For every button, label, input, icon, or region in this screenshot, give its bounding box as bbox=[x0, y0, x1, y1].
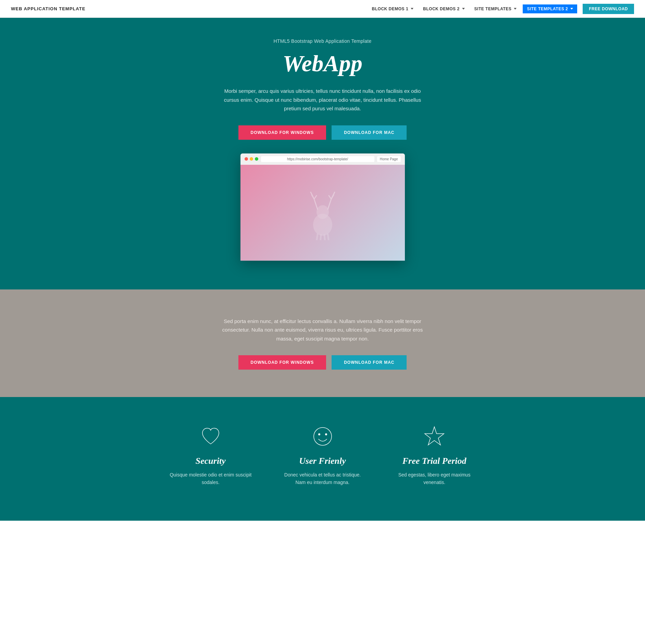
hero-subtitle: HTML5 Bootstrap Web Application Template bbox=[7, 38, 638, 44]
hero-download-windows-button[interactable]: DOWNLOAD FOR WINDOWS bbox=[238, 125, 326, 140]
svg-point-6 bbox=[314, 428, 332, 445]
grey-buttons: DOWNLOAD FOR WINDOWS DOWNLOAD FOR MAC bbox=[7, 355, 638, 370]
svg-line-5 bbox=[328, 234, 329, 240]
chevron-down-icon bbox=[411, 8, 413, 10]
feature-free-trial: Free Trial Period Sed egestas, libero eg… bbox=[392, 424, 477, 486]
smiley-icon bbox=[312, 425, 334, 447]
security-description: Quisque molestie odio et enim suscipit s… bbox=[169, 471, 253, 486]
block-demos-1-dropdown[interactable]: BLOCK DEMOS 1 bbox=[369, 4, 417, 13]
site-templates-dropdown[interactable]: SITE TEMPLATES bbox=[471, 4, 520, 13]
navbar: WEB APPLICATION TEMPLATE BLOCK DEMOS 1 B… bbox=[0, 0, 645, 18]
browser-home-label: Home Page bbox=[377, 156, 401, 162]
browser-dots bbox=[245, 157, 258, 161]
svg-line-3 bbox=[320, 235, 321, 240]
site-templates-2-dropdown[interactable]: SITE TEMPLATES 2 bbox=[523, 4, 577, 13]
navbar-right: BLOCK DEMOS 1 BLOCK DEMOS 2 SITE TEMPLAT… bbox=[369, 4, 634, 14]
hero-section: HTML5 Bootstrap Web Application Template… bbox=[0, 18, 645, 289]
free-trial-icon bbox=[422, 424, 446, 448]
browser-dot-green bbox=[255, 157, 258, 161]
svg-point-7 bbox=[318, 433, 320, 435]
chevron-down-icon bbox=[462, 8, 465, 10]
browser-dot-yellow bbox=[250, 157, 253, 161]
block-demos-2-dropdown[interactable]: BLOCK DEMOS 2 bbox=[420, 4, 468, 13]
grey-download-mac-button[interactable]: DOWNLOAD FOR MAC bbox=[332, 355, 407, 370]
hero-download-mac-button[interactable]: DOWNLOAD FOR MAC bbox=[332, 125, 407, 140]
hero-title: WebApp bbox=[7, 50, 638, 77]
features-grid: Security Quisque molestie odio et enim s… bbox=[169, 424, 477, 486]
heart-icon bbox=[200, 425, 222, 447]
svg-point-1 bbox=[313, 214, 332, 236]
star-icon bbox=[423, 425, 445, 447]
browser-url-bar: https://mobirise.com/bootstrap-template/ bbox=[261, 156, 374, 162]
user-friendly-description: Donec vehicula et tellus ac tristique. N… bbox=[280, 471, 365, 486]
browser-content bbox=[240, 165, 405, 261]
browser-dot-red bbox=[245, 157, 248, 161]
grey-description: Sed porta enim nunc, at efficitur lectus… bbox=[216, 317, 429, 343]
user-friendly-title: User Frienly bbox=[299, 456, 346, 466]
deer-illustration bbox=[299, 185, 347, 240]
browser-mockup: https://mobirise.com/bootstrap-template/… bbox=[240, 153, 405, 261]
free-download-button[interactable]: FREE DOWNLOAD bbox=[583, 4, 634, 14]
security-title: Security bbox=[196, 456, 226, 466]
hero-buttons: DOWNLOAD FOR WINDOWS DOWNLOAD FOR MAC bbox=[7, 125, 638, 140]
security-icon bbox=[199, 424, 223, 448]
user-friendly-icon bbox=[311, 424, 335, 448]
svg-marker-9 bbox=[425, 427, 444, 445]
svg-line-4 bbox=[324, 235, 325, 240]
svg-line-2 bbox=[317, 234, 318, 240]
browser-toolbar: https://mobirise.com/bootstrap-template/… bbox=[240, 153, 405, 165]
grey-section: Sed porta enim nunc, at efficitur lectus… bbox=[0, 289, 645, 397]
hero-description: Morbi semper, arcu quis varius ultricies… bbox=[223, 87, 422, 113]
free-trial-title: Free Trial Period bbox=[402, 456, 467, 466]
feature-security: Security Quisque molestie odio et enim s… bbox=[169, 424, 253, 486]
free-trial-description: Sed egestas, libero eget maximus venenat… bbox=[392, 471, 477, 486]
chevron-down-icon bbox=[570, 8, 573, 10]
chevron-down-icon bbox=[514, 8, 517, 10]
svg-point-8 bbox=[325, 433, 327, 435]
grey-download-windows-button[interactable]: DOWNLOAD FOR WINDOWS bbox=[238, 355, 326, 370]
features-section: Security Quisque molestie odio et enim s… bbox=[0, 397, 645, 521]
feature-user-friendly: User Frienly Donec vehicula et tellus ac… bbox=[280, 424, 365, 486]
brand-logo: WEB APPLICATION TEMPLATE bbox=[11, 6, 85, 11]
